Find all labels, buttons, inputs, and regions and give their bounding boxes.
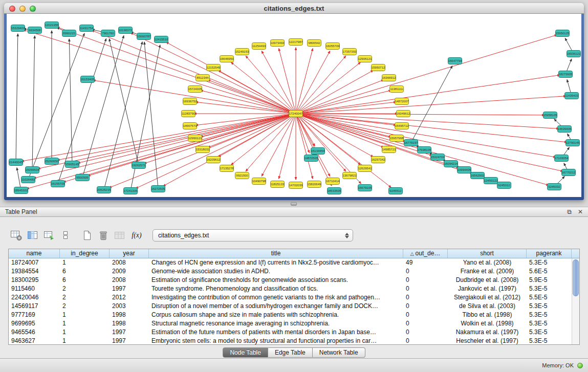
graph-node[interactable]: 15724305 xyxy=(188,86,203,93)
graph-node[interactable]: 17241305 xyxy=(124,188,138,194)
graph-node[interactable]: 11026480 xyxy=(21,177,35,183)
new-table-button[interactable] xyxy=(79,228,95,243)
graph-node[interactable]: 10490798 xyxy=(252,178,267,185)
tab-edge-table[interactable]: Edge Table xyxy=(268,347,313,358)
graph-node[interactable]: 16209612 xyxy=(207,157,221,163)
graph-node[interactable]: 10973493 xyxy=(271,40,285,47)
graph-node[interactable]: 16936752 xyxy=(183,98,198,105)
column-header-year[interactable]: year xyxy=(110,249,149,258)
table-row[interactable]: 1830029562008Estimation of significance … xyxy=(9,276,572,285)
graph-node[interactable]: 16779197 xyxy=(404,140,419,146)
graph-node[interactable]: 15950712 xyxy=(372,64,386,71)
window-titlebar[interactable]: citations_edges.txt xyxy=(4,3,584,14)
table-row[interactable]: 2242004622012Investigating the contribut… xyxy=(9,293,572,302)
graph-node[interactable]: 11431754 xyxy=(80,25,94,32)
graph-node[interactable]: 14702039 xyxy=(289,182,303,189)
graph-node[interactable]: 16562902 xyxy=(471,172,485,179)
graph-node[interactable]: 15134454 xyxy=(311,148,325,155)
graph-node[interactable]: 14985721 xyxy=(382,146,397,153)
table-vertical-scrollbar[interactable] xyxy=(572,258,579,344)
graph-node[interactable]: 12152549 xyxy=(207,64,221,71)
graph-node[interactable]: 15329403 xyxy=(11,25,26,32)
graph-node[interactable]: 21440045 xyxy=(9,159,24,166)
table-selector-dropdown[interactable]: citations_edges.txt xyxy=(153,229,353,242)
graph-node[interactable]: 20153405 xyxy=(81,76,95,83)
graph-node[interactable]: 18945302 xyxy=(14,187,29,194)
graph-node[interactable]: 14667573 xyxy=(183,123,198,129)
graph-node[interactable]: 15324703 xyxy=(431,154,445,161)
table-row[interactable]: 911546021997Tourette syndrome. Phenomeno… xyxy=(9,285,572,293)
zoom-window-button[interactable] xyxy=(30,6,36,12)
graph-node[interactable]: 20525215 xyxy=(97,187,112,193)
graph-node[interactable]: 13679821 xyxy=(343,172,357,179)
graph-node[interactable]: 12415510 xyxy=(155,36,169,43)
import-columns-button[interactable] xyxy=(41,228,57,243)
column-header-name[interactable]: name xyxy=(9,249,60,258)
minimize-window-button[interactable] xyxy=(19,6,26,12)
graph-node[interactable]: 15905145 xyxy=(66,161,80,168)
graph-node[interactable]: 16770212 xyxy=(562,169,576,176)
graph-node[interactable]: 8990215 xyxy=(62,30,76,37)
graph-node[interactable]: 17357393 xyxy=(343,49,357,55)
splitter-handle[interactable] xyxy=(291,202,297,206)
graph-node[interactable]: 16646950 xyxy=(220,56,234,62)
graph-node[interactable]: 16647794 xyxy=(448,58,463,64)
graph-node[interactable]: 16094214 xyxy=(444,161,459,167)
graph-node[interactable]: 15249153 xyxy=(235,49,250,55)
graph-node[interactable]: 12217987 xyxy=(289,39,303,46)
graph-node[interactable]: 19262571 xyxy=(132,162,146,169)
table-row[interactable]: 977716911998Corpus callosum shape and si… xyxy=(9,311,572,319)
graph-node[interactable]: 12629541 xyxy=(358,165,373,172)
graph-node[interactable]: 8512344 xyxy=(196,75,210,81)
tab-node-table[interactable]: Node Table xyxy=(223,347,268,358)
graph-node[interactable]: 12960121 xyxy=(188,135,203,142)
column-header-out-degree[interactable]: △out_de… xyxy=(403,249,448,258)
graph-node[interactable]: 9245032 xyxy=(548,184,561,190)
graph-node[interactable]: 17103054 xyxy=(555,155,569,162)
graph-node[interactable]: 15318031 xyxy=(196,146,210,153)
table-row[interactable]: 969969511998Structural magnetic resonanc… xyxy=(9,319,572,328)
graph-node[interactable]: 16155709 xyxy=(51,181,66,187)
graph-node[interactable]: 11825133 xyxy=(271,181,285,188)
tab-network-table[interactable]: Network Table xyxy=(313,347,365,358)
graph-node[interactable]: 18273905 xyxy=(559,71,573,78)
graph-node[interactable]: 12790145 xyxy=(566,140,580,146)
graph-node[interactable]: 16055709 xyxy=(326,43,340,50)
column-header-short[interactable]: short xyxy=(448,249,527,258)
column-header-pagerank[interactable]: pagerank xyxy=(527,249,572,258)
graph-node[interactable]: 14639405 xyxy=(558,126,572,133)
graph-node[interactable]: 15950125 xyxy=(556,30,570,37)
graph-node[interactable]: 11435403 xyxy=(565,93,579,99)
row-options-button[interactable] xyxy=(57,228,74,243)
graph-node[interactable]: 10994405 xyxy=(458,167,472,173)
delete-table-button[interactable] xyxy=(95,228,112,243)
table-row[interactable]: 946554611997Estimation of the future num… xyxy=(9,328,572,337)
graph-node[interactable]: 15958105 xyxy=(543,112,558,119)
graph-node[interactable]: 9245512 xyxy=(389,188,403,194)
graph-node[interactable]: 11254493 xyxy=(252,43,266,50)
graph-node[interactable]: 15056504 xyxy=(26,167,40,173)
table-disabled-button[interactable] xyxy=(112,228,128,243)
graph-node[interactable]: 11381111 xyxy=(390,86,404,93)
graph-node[interactable]: 14872007 xyxy=(395,98,409,105)
network-canvas[interactable]: 1724004716049612154957121595796814985721… xyxy=(7,14,581,197)
graph-node[interactable]: 12906121 xyxy=(358,56,373,62)
graph-node[interactable]: 16257342 xyxy=(372,157,386,163)
graph-node[interactable]: 16366912 xyxy=(382,75,397,81)
graph-node[interactable]: 9245012 xyxy=(497,182,511,189)
graph-node[interactable]: 11283790 xyxy=(182,111,195,117)
graph-node[interactable]: 7901760 xyxy=(101,30,115,37)
column-settings-button[interactable] xyxy=(8,228,25,243)
graph-node[interactable]: 10196372 xyxy=(119,27,133,34)
graph-node[interactable]: 15957968 xyxy=(390,135,404,142)
close-window-button[interactable] xyxy=(9,6,15,12)
graph-node[interactable]: 15820649 xyxy=(308,181,322,188)
graph-node[interactable]: 15495712 xyxy=(395,123,409,129)
graph-node[interactable]: 12021355 xyxy=(45,22,59,29)
table-row[interactable]: 1938455462009Genome-wide association stu… xyxy=(9,267,572,276)
scrollbar-thumb[interactable] xyxy=(573,259,579,296)
graph-node[interactable]: 16710414 xyxy=(326,178,340,185)
graph-node[interactable]: 9634508 xyxy=(28,27,42,34)
graph-node[interactable]: 16049612 xyxy=(397,111,411,117)
graph-node[interactable]: 18533505 xyxy=(328,188,342,194)
